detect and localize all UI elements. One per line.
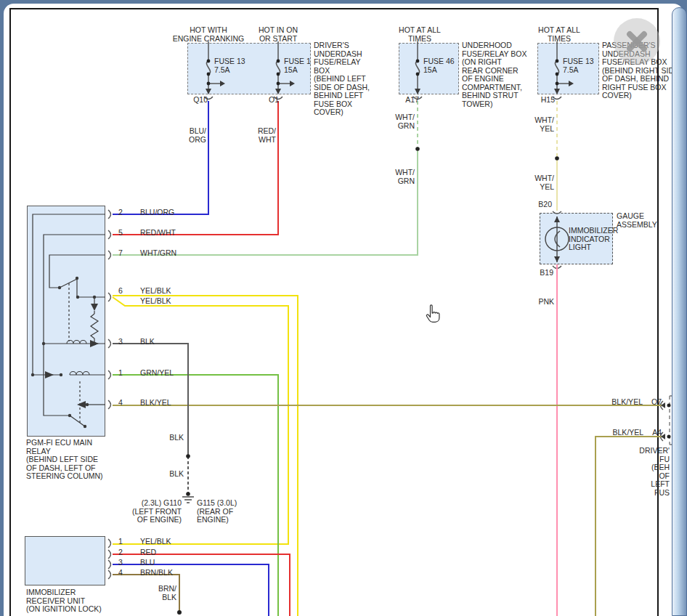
receiver-pin-2: 2RED — [118, 548, 156, 557]
connector-b19: B19 — [540, 269, 553, 277]
rail-title-engine-cranking: HOT WITH ENGINE CRANKING — [173, 26, 245, 43]
wire-label-wht-grn-1: WHT/ GRN — [395, 113, 415, 130]
wire-label-wht-grn-2: WHT/ GRN — [395, 169, 415, 185]
wiring-diagram-viewer: { "colors": { "blu_org": "#2a2ad0", "red… — [0, 0, 687, 616]
right-clipped-label: DRIVER' FU (BEH OF LEFT FUS — [639, 447, 670, 497]
wire-label-brn-blk: BRN/ BLK — [158, 585, 176, 601]
rail-title-hot-all-times-2: HOT AT ALL TIMES — [538, 26, 580, 43]
relay-label: PGM-FI ECU MAIN RELAY (BEHIND LEFT SIDE … — [26, 439, 103, 481]
fuse-13-driver-label: FUSE 13 7.5A — [214, 57, 245, 74]
wire-label-red-wht: RED/ WHT — [258, 127, 276, 144]
wire-label-wht-yel-2: WHT/ YEL — [534, 174, 554, 191]
connector-b20: B20 — [538, 200, 552, 209]
indicator-light-label: IMMOBILIZER INDICATOR LIGHT — [569, 227, 618, 252]
vertical-scrollbar[interactable] — [672, 7, 687, 616]
rail-title-hot-all-times-1: HOT AT ALL TIMES — [399, 26, 441, 43]
fuse-13-passenger-label: FUSE 13 7.5A — [563, 57, 594, 74]
wire-label-blk-2: BLK — [169, 470, 184, 479]
driver-fusebox-label: DRIVER'S UNDERDASH FUSE/RELAY BOX (BEHIN… — [314, 41, 370, 117]
wire-blu-org — [113, 101, 208, 214]
wire-label-pnk: PNK — [538, 298, 554, 307]
ground-g115-label: G115 (3.0L) (REAR OF ENGINE) — [197, 499, 237, 524]
rail-title-on-start: HOT IN ON OR START — [259, 26, 298, 43]
underhood-fusebox-label: UNDERHOOD FUSE/RELAY BOX (ON RIGHT REAR … — [462, 41, 527, 108]
close-button[interactable] — [614, 18, 660, 65]
receiver-pin-4: 4BRN/BLK — [118, 569, 173, 578]
ground-g110-label: (2.3L) G110 (LEFT FRONT OF ENGINE) — [132, 499, 182, 524]
relay-pin-6: 6YEL/BLK — [118, 287, 171, 296]
relay-internals — [33, 214, 105, 426]
receiver-pin-1: 1YEL/BLK — [118, 538, 171, 546]
relay-pin-1: 1GRN/YEL — [118, 369, 174, 378]
diagram-area: HOT WITH ENGINE CRANKING HOT IN ON OR ST… — [9, 8, 672, 616]
ground-symbol — [182, 497, 194, 503]
relay-internal-marks — [31, 277, 99, 428]
relay-pin-3: 3BLK — [118, 338, 155, 346]
connector-a17: A17 — [405, 96, 419, 105]
relay-pin-6b: YEL/BLK — [118, 297, 171, 306]
fuse-1-label: FUSE 1 15A — [284, 57, 311, 74]
connector-o1: O1 — [269, 96, 279, 105]
relay-pin-7: 7WHT/GRN — [118, 249, 176, 258]
wire-grn-yel — [113, 375, 278, 616]
connector-arcs — [108, 97, 663, 579]
right-connector-arrows — [661, 402, 671, 439]
cursor-icon — [426, 305, 439, 323]
wire-label-blk-1: BLK — [169, 434, 184, 442]
indicator-lamp-icon — [545, 216, 569, 262]
wire-label-wht-yel-1: WHT/ YEL — [534, 116, 554, 133]
wire-wht-grn — [113, 149, 418, 255]
wire-label-blk-yel-o7: BLK/YELO7 — [611, 398, 662, 407]
relay-pin-4: 4BLK/YEL — [118, 399, 171, 408]
receiver-label: IMMOBILIZER RECEIVER UNIT (ON IGNITION L… — [26, 588, 102, 614]
connector-q10: Q10 — [193, 96, 208, 105]
fuse-46-label: FUSE 46 15A — [423, 57, 455, 74]
wire-label-blu-org: BLU/ ORG — [189, 127, 206, 144]
receiver-pin-3: 3BLU — [118, 559, 155, 567]
gauge-assembly-label: GAUGE ASSEMBLY — [617, 212, 657, 229]
relay-pin-5: 5RED/WHT — [118, 229, 176, 238]
wire-label-blk-yel-a4: BLK/YELA4 — [613, 429, 662, 437]
relay-pin-2: 2BLU/ORG — [118, 208, 174, 217]
connector-h15: H15 — [541, 96, 555, 105]
